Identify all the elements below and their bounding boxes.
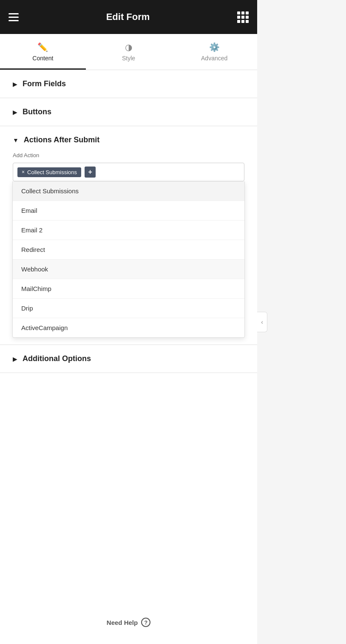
tab-style-label: Style [122,55,135,62]
actions-after-submit-title: Actions After Submit [24,136,99,144]
tab-style[interactable]: ◑ Style [86,34,172,70]
tab-bar: ✏️ Content ◑ Style ⚙️ Advanced [0,34,257,70]
dropdown-item-mailchimp[interactable]: MailChimp [13,279,244,299]
form-fields-title: Form Fields [23,79,66,88]
buttons-title: Buttons [23,107,51,116]
need-help[interactable]: Need Help ? [0,601,257,644]
add-action-label: Add Action [13,152,244,158]
chevron-right-icon-2: ▶ [13,109,17,116]
panel-title: Edit Form [106,11,150,23]
gear-icon: ⚙️ [209,42,220,52]
action-tag-container[interactable]: × Collect Submissions + [13,163,244,181]
buttons-header[interactable]: ▶ Buttons [13,107,244,116]
form-fields-header[interactable]: ▶ Form Fields [13,79,244,88]
dropdown-item-email[interactable]: Email [13,201,244,220]
grid-icon[interactable] [237,11,249,23]
tab-content-label: Content [32,55,53,62]
action-dropdown-wrapper: × Collect Submissions + Collect Submissi… [13,163,244,345]
collapse-panel-button[interactable]: ‹ [257,312,267,332]
tab-advanced-label: Advanced [201,55,227,62]
half-circle-icon: ◑ [125,42,132,52]
dropdown-item-drip[interactable]: Drip [13,299,244,318]
chevron-right-icon-3: ▶ [13,356,17,362]
chevron-right-icon: ▶ [13,81,17,88]
actions-after-submit-section: ▼ Actions After Submit Add Action × Coll… [0,126,257,345]
need-help-label: Need Help [107,619,138,626]
panel-header: Edit Form [0,0,257,34]
add-action-button[interactable]: + [85,167,96,178]
remove-tag-icon[interactable]: × [22,169,25,175]
dropdown-item-activecampaign[interactable]: ActiveCampaign [13,318,244,337]
additional-options-section: ▶ Additional Options [0,345,257,373]
actions-after-submit-header[interactable]: ▼ Actions After Submit [13,136,244,144]
additional-options-header[interactable]: ▶ Additional Options [13,354,244,363]
hamburger-icon[interactable] [9,13,19,21]
action-dropdown: Collect Submissions Email Email 2 Redire… [12,181,245,338]
right-panel: ‹ [257,0,346,644]
tab-advanced[interactable]: ⚙️ Advanced [171,34,257,70]
dropdown-item-email-2[interactable]: Email 2 [13,220,244,240]
additional-options-title: Additional Options [23,354,91,363]
dropdown-item-webhook[interactable]: Webhook [13,260,244,279]
dropdown-item-collect-submissions[interactable]: Collect Submissions [13,181,244,201]
pencil-icon: ✏️ [37,42,48,52]
dropdown-item-redirect[interactable]: Redirect [13,240,244,260]
tab-content[interactable]: ✏️ Content [0,34,86,70]
buttons-section: ▶ Buttons [0,98,257,126]
edit-form-panel: Edit Form ✏️ Content ◑ Style ⚙️ Advanced… [0,0,257,644]
collect-submissions-tag: × Collect Submissions [17,167,81,177]
help-icon: ? [141,618,150,627]
form-fields-section: ▶ Form Fields [0,70,257,98]
tag-label: Collect Submissions [27,169,77,175]
chevron-down-icon: ▼ [13,137,19,144]
